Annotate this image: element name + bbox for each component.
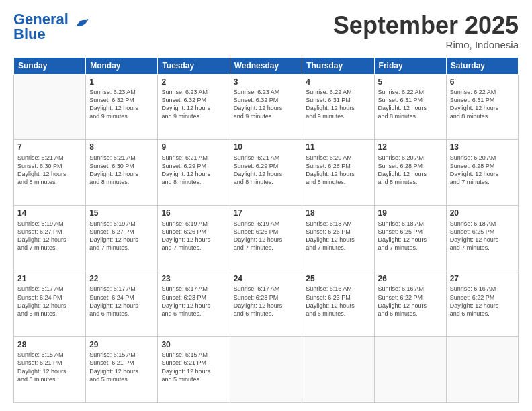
day-info: Sunrise: 6:23 AM Sunset: 6:32 PM Dayligh… [234, 88, 299, 121]
calendar-cell: 21Sunrise: 6:17 AM Sunset: 6:24 PM Dayli… [14, 271, 86, 337]
calendar-cell: 9Sunrise: 6:21 AM Sunset: 6:29 PM Daylig… [158, 140, 230, 205]
day-info: Sunrise: 6:16 AM Sunset: 6:22 PM Dayligh… [378, 285, 443, 318]
day-info: Sunrise: 6:18 AM Sunset: 6:25 PM Dayligh… [450, 220, 515, 253]
col-sunday: Sunday [14, 57, 86, 74]
calendar-cell: 8Sunrise: 6:21 AM Sunset: 6:30 PM Daylig… [86, 140, 158, 205]
col-monday: Monday [86, 57, 158, 74]
calendar-cell: 14Sunrise: 6:19 AM Sunset: 6:27 PM Dayli… [14, 205, 86, 271]
calendar-cell: 24Sunrise: 6:17 AM Sunset: 6:23 PM Dayli… [230, 271, 302, 337]
day-info: Sunrise: 6:21 AM Sunset: 6:30 PM Dayligh… [89, 154, 154, 187]
logo-bird-icon [70, 13, 90, 34]
day-number: 5 [378, 77, 443, 87]
calendar-cell: 25Sunrise: 6:16 AM Sunset: 6:23 PM Dayli… [302, 271, 374, 337]
day-number: 1 [89, 77, 154, 87]
day-info: Sunrise: 6:19 AM Sunset: 6:26 PM Dayligh… [161, 220, 226, 253]
day-number: 2 [161, 77, 226, 87]
day-info: Sunrise: 6:17 AM Sunset: 6:24 PM Dayligh… [89, 285, 154, 318]
day-number: 30 [161, 339, 226, 350]
calendar-cell: 20Sunrise: 6:18 AM Sunset: 6:25 PM Dayli… [446, 205, 518, 271]
day-number: 20 [450, 208, 515, 218]
day-number: 10 [234, 142, 299, 152]
week-row-2: 14Sunrise: 6:19 AM Sunset: 6:27 PM Dayli… [14, 205, 519, 271]
day-info: Sunrise: 6:16 AM Sunset: 6:22 PM Dayligh… [450, 285, 515, 318]
col-saturday: Saturday [446, 57, 518, 74]
day-number: 6 [450, 77, 515, 87]
calendar-cell: 11Sunrise: 6:20 AM Sunset: 6:28 PM Dayli… [302, 140, 374, 205]
day-number: 23 [161, 273, 226, 284]
week-row-0: 1Sunrise: 6:23 AM Sunset: 6:32 PM Daylig… [14, 74, 519, 140]
calendar-cell: 17Sunrise: 6:19 AM Sunset: 6:26 PM Dayli… [230, 205, 302, 271]
day-number: 22 [89, 273, 154, 284]
week-row-3: 21Sunrise: 6:17 AM Sunset: 6:24 PM Dayli… [14, 271, 519, 337]
calendar-cell: 19Sunrise: 6:18 AM Sunset: 6:25 PM Dayli… [374, 205, 446, 271]
calendar-body: 1Sunrise: 6:23 AM Sunset: 6:32 PM Daylig… [14, 74, 519, 402]
calendar-cell: 12Sunrise: 6:20 AM Sunset: 6:28 PM Dayli… [374, 140, 446, 205]
day-number: 14 [17, 208, 82, 218]
day-number: 12 [378, 142, 443, 152]
day-info: Sunrise: 6:23 AM Sunset: 6:32 PM Dayligh… [89, 88, 154, 121]
col-tuesday: Tuesday [158, 57, 230, 74]
day-number: 13 [450, 142, 515, 152]
day-number: 18 [306, 208, 370, 218]
calendar-table: Sunday Monday Tuesday Wednesday Thursday… [13, 57, 519, 403]
day-info: Sunrise: 6:17 AM Sunset: 6:23 PM Dayligh… [234, 285, 299, 318]
month-title: September 2025 [333, 12, 519, 39]
day-info: Sunrise: 6:22 AM Sunset: 6:31 PM Dayligh… [378, 88, 443, 121]
col-thursday: Thursday [302, 57, 374, 74]
day-number: 24 [234, 273, 299, 284]
logo: GeneralBlue [13, 12, 90, 42]
header-row: Sunday Monday Tuesday Wednesday Thursday… [14, 57, 519, 74]
calendar-cell [14, 74, 86, 140]
day-number: 27 [450, 273, 515, 284]
day-info: Sunrise: 6:20 AM Sunset: 6:28 PM Dayligh… [378, 154, 443, 187]
col-friday: Friday [374, 57, 446, 74]
title-block: September 2025 Rimo, Indonesia [333, 12, 519, 50]
calendar-cell: 3Sunrise: 6:23 AM Sunset: 6:32 PM Daylig… [230, 74, 302, 140]
calendar-cell [446, 337, 518, 403]
calendar-cell: 4Sunrise: 6:22 AM Sunset: 6:31 PM Daylig… [302, 74, 374, 140]
day-number: 3 [234, 77, 299, 87]
day-info: Sunrise: 6:20 AM Sunset: 6:28 PM Dayligh… [450, 154, 515, 187]
day-info: Sunrise: 6:18 AM Sunset: 6:25 PM Dayligh… [378, 220, 443, 253]
day-info: Sunrise: 6:15 AM Sunset: 6:21 PM Dayligh… [89, 351, 154, 383]
day-info: Sunrise: 6:18 AM Sunset: 6:26 PM Dayligh… [306, 220, 370, 253]
calendar-cell: 29Sunrise: 6:15 AM Sunset: 6:21 PM Dayli… [86, 337, 158, 403]
header: GeneralBlue September 2025 Rimo, Indones… [13, 12, 519, 50]
calendar-cell: 16Sunrise: 6:19 AM Sunset: 6:26 PM Dayli… [158, 205, 230, 271]
calendar-cell: 6Sunrise: 6:22 AM Sunset: 6:31 PM Daylig… [446, 74, 518, 140]
calendar-cell: 1Sunrise: 6:23 AM Sunset: 6:32 PM Daylig… [86, 74, 158, 140]
day-info: Sunrise: 6:21 AM Sunset: 6:30 PM Dayligh… [17, 154, 82, 187]
calendar-cell: 27Sunrise: 6:16 AM Sunset: 6:22 PM Dayli… [446, 271, 518, 337]
day-number: 21 [17, 273, 82, 284]
logo-text: GeneralBlue [13, 12, 69, 42]
day-info: Sunrise: 6:22 AM Sunset: 6:31 PM Dayligh… [450, 88, 515, 121]
day-info: Sunrise: 6:20 AM Sunset: 6:28 PM Dayligh… [306, 154, 370, 187]
day-number: 19 [378, 208, 443, 218]
calendar-cell: 7Sunrise: 6:21 AM Sunset: 6:30 PM Daylig… [14, 140, 86, 205]
day-number: 7 [17, 142, 82, 152]
calendar-cell: 18Sunrise: 6:18 AM Sunset: 6:26 PM Dayli… [302, 205, 374, 271]
day-info: Sunrise: 6:22 AM Sunset: 6:31 PM Dayligh… [306, 88, 370, 121]
day-info: Sunrise: 6:16 AM Sunset: 6:23 PM Dayligh… [306, 285, 370, 318]
day-info: Sunrise: 6:23 AM Sunset: 6:32 PM Dayligh… [161, 88, 226, 121]
calendar-cell: 10Sunrise: 6:21 AM Sunset: 6:29 PM Dayli… [230, 140, 302, 205]
day-info: Sunrise: 6:17 AM Sunset: 6:23 PM Dayligh… [161, 285, 226, 318]
page: GeneralBlue September 2025 Rimo, Indones… [0, 0, 532, 411]
calendar-cell [230, 337, 302, 403]
calendar-cell: 2Sunrise: 6:23 AM Sunset: 6:32 PM Daylig… [158, 74, 230, 140]
calendar-cell: 28Sunrise: 6:15 AM Sunset: 6:21 PM Dayli… [14, 337, 86, 403]
week-row-4: 28Sunrise: 6:15 AM Sunset: 6:21 PM Dayli… [14, 337, 519, 403]
calendar-cell: 30Sunrise: 6:15 AM Sunset: 6:21 PM Dayli… [158, 337, 230, 403]
day-number: 8 [89, 142, 154, 152]
day-info: Sunrise: 6:21 AM Sunset: 6:29 PM Dayligh… [234, 154, 299, 187]
col-wednesday: Wednesday [230, 57, 302, 74]
calendar-cell: 22Sunrise: 6:17 AM Sunset: 6:24 PM Dayli… [86, 271, 158, 337]
day-info: Sunrise: 6:19 AM Sunset: 6:27 PM Dayligh… [17, 220, 82, 253]
day-info: Sunrise: 6:19 AM Sunset: 6:27 PM Dayligh… [89, 220, 154, 253]
day-number: 4 [306, 77, 370, 87]
day-info: Sunrise: 6:17 AM Sunset: 6:24 PM Dayligh… [17, 285, 82, 318]
day-number: 26 [378, 273, 443, 284]
calendar-cell [302, 337, 374, 403]
day-number: 28 [17, 339, 82, 350]
day-info: Sunrise: 6:21 AM Sunset: 6:29 PM Dayligh… [161, 154, 226, 187]
